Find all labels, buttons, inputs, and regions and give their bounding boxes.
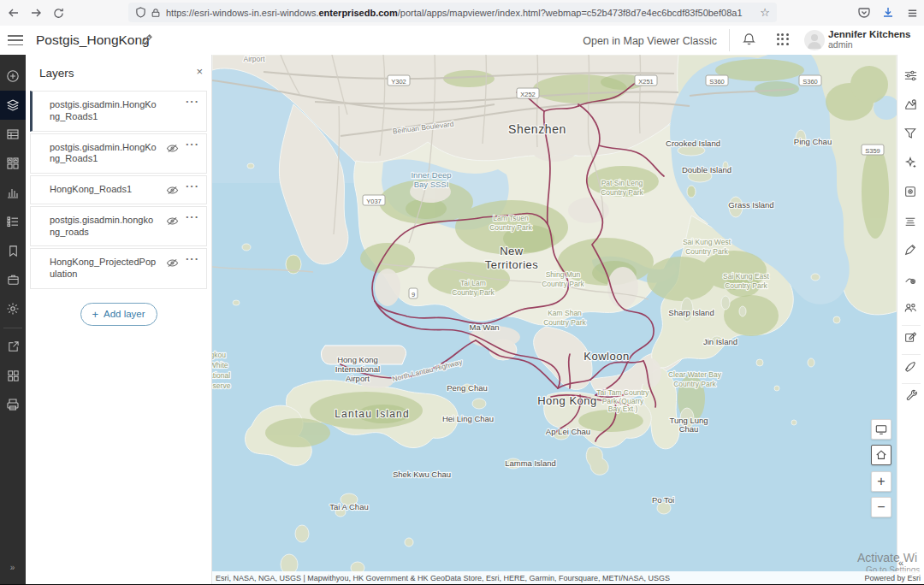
notifications-bell-icon[interactable]: [742, 32, 756, 47]
map-label: Country Park: [601, 188, 643, 197]
layer-list-item[interactable]: HongKong_Roads1 ···: [30, 175, 207, 204]
map-label: Tai Lam: [460, 279, 486, 287]
map-label: Po Toi: [652, 495, 674, 505]
visibility-eye-slash-icon[interactable]: [166, 215, 179, 228]
app-menu-icon[interactable]: [8, 35, 23, 45]
attribution-bar: Esri, NASA, NGA, USGS | Mapwithyou, HK G…: [212, 571, 924, 584]
layer-name: HongKong_ProjectedPopulation: [50, 257, 157, 281]
map-label: Ma Wan: [469, 322, 499, 332]
map-label: Clear Water Bay: [668, 370, 722, 379]
sharing-people-icon[interactable]: [903, 301, 919, 316]
map-label: se White: [212, 361, 228, 369]
share-icon[interactable]: [0, 332, 26, 361]
forward-icon[interactable]: [27, 4, 44, 21]
expand-sidebar-icon[interactable]: »: [0, 563, 26, 572]
analysis-icon[interactable]: [903, 272, 919, 287]
layer-name: postgis.gisadmin.HongKong_Roads1: [50, 99, 157, 123]
browser-menu-icon[interactable]: [903, 4, 921, 21]
map-label: Country Park: [542, 280, 584, 288]
legend-icon[interactable]: [0, 207, 26, 236]
basemap-icon[interactable]: [0, 149, 26, 178]
back-icon[interactable]: [5, 4, 22, 21]
map-label: Crooked Island: [666, 139, 720, 148]
bookmarks-icon[interactable]: [0, 236, 26, 265]
add-icon[interactable]: [0, 62, 26, 91]
layers-icon[interactable]: [0, 91, 26, 120]
visibility-eye-slash-icon[interactable]: [166, 184, 179, 197]
layers-panel: Layers × postgis.gisadmin.HongKong_Roads…: [26, 55, 212, 584]
layer-options-dots-icon[interactable]: ···: [186, 95, 199, 108]
layer-options-dots-icon[interactable]: ···: [186, 210, 199, 223]
properties-sliders-icon[interactable]: [903, 68, 919, 84]
map-label: Country Park: [452, 288, 495, 297]
tracking-shield-icon[interactable]: [135, 7, 146, 18]
map-label: Shing Mun: [546, 270, 581, 279]
map-properties-gear-icon[interactable]: [0, 294, 26, 323]
edit-title-pencil-icon[interactable]: [140, 33, 153, 46]
user-info[interactable]: Jennifer Kitchens admin: [828, 29, 917, 50]
popups-icon[interactable]: [903, 185, 919, 200]
url-text[interactable]: https://esri-windows-in.esri-windows.ent…: [166, 8, 756, 18]
arcgis-map-viewer-window: https://esri-windows-in.esri-windows.ent…: [0, 0, 924, 584]
open-in-classic-link[interactable]: Open in Map Viewer Classic: [583, 35, 717, 47]
layer-list-item[interactable]: postgis.gisadmin.hongkong_roads ···: [30, 206, 207, 247]
save-icon[interactable]: [0, 265, 26, 294]
user-role: admin: [828, 39, 917, 50]
user-name: Jennifer Kitchens: [828, 29, 917, 39]
layer-list-item[interactable]: HongKong_ProjectedPopulation ···: [30, 248, 207, 289]
map-label: Country Park: [489, 223, 532, 232]
map-label: Country Park: [543, 318, 586, 327]
route-shield-label: X251: [638, 78, 654, 86]
map-label: Lam Tsuen: [493, 214, 529, 222]
layer-options-dots-icon[interactable]: ···: [186, 252, 199, 265]
attribution-toggle-icon[interactable]: «: [898, 558, 903, 568]
charts-icon[interactable]: [0, 178, 26, 207]
app-launcher-grid-icon[interactable]: [777, 33, 791, 47]
visibility-eye-slash-icon[interactable]: [166, 142, 179, 155]
styles-icon[interactable]: [903, 98, 919, 113]
map-label: Airport: [346, 374, 370, 383]
route-shield-label: S359: [865, 147, 880, 155]
reload-icon[interactable]: [50, 4, 67, 21]
bookmark-star-icon[interactable]: ☆: [760, 6, 770, 19]
map-label: Shek Kwu Chau: [393, 470, 451, 479]
map-label: New: [500, 245, 524, 257]
filter-funnel-icon[interactable]: [903, 127, 919, 142]
home-button[interactable]: [871, 445, 891, 465]
layer-list-item[interactable]: postgis.gisadmin.HongKong_Roads1 ···: [30, 133, 207, 174]
map-canvas[interactable]: Y302X252X251S360S360S359Y0379 AirportShe…: [212, 55, 897, 584]
map-label: Shenzhen: [508, 122, 566, 136]
map-tools-wrench-icon[interactable]: [903, 388, 919, 404]
map-label: Inner Deep: [411, 170, 451, 180]
map-label: n National: [212, 371, 230, 380]
close-icon[interactable]: ×: [196, 65, 203, 78]
edit-icon[interactable]: [903, 330, 919, 346]
map-label: Kam Shan: [548, 309, 582, 317]
map-label: Kowloon: [583, 350, 629, 363]
effects-sparkle-icon[interactable]: [903, 156, 919, 171]
sketch-pen-icon[interactable]: [903, 359, 919, 375]
plus-icon: +: [92, 308, 98, 321]
avatar[interactable]: [804, 30, 825, 50]
layer-list-item[interactable]: postgis.gisadmin.HongKong_Roads1 ···: [30, 91, 207, 132]
overview-monitor-button[interactable]: [871, 419, 891, 440]
visibility-eye-slash-icon[interactable]: [166, 257, 179, 269]
zoom-out-button[interactable]: −: [871, 497, 891, 517]
fields-icon[interactable]: [903, 214, 919, 229]
route-shield-label: S360: [709, 78, 725, 86]
map-label: Chau: [679, 424, 699, 434]
layer-options-dots-icon[interactable]: ···: [186, 180, 199, 192]
download-icon[interactable]: [880, 4, 897, 21]
lock-icon[interactable]: [151, 8, 161, 18]
zoom-in-button[interactable]: +: [871, 471, 891, 492]
map-label: Tai A Chau: [329, 502, 368, 511]
create-app-icon[interactable]: [0, 361, 26, 390]
print-icon[interactable]: [0, 390, 26, 419]
layer-options-dots-icon[interactable]: ···: [186, 138, 199, 151]
address-bar[interactable]: https://esri-windows-in.esri-windows.ent…: [128, 3, 777, 22]
tables-icon[interactable]: [0, 120, 26, 149]
add-layer-button[interactable]: +Add layer: [80, 303, 157, 326]
map-label: Hong Kong: [337, 355, 378, 364]
labels-pencil-icon[interactable]: [903, 243, 919, 258]
pocket-icon[interactable]: [856, 4, 873, 21]
